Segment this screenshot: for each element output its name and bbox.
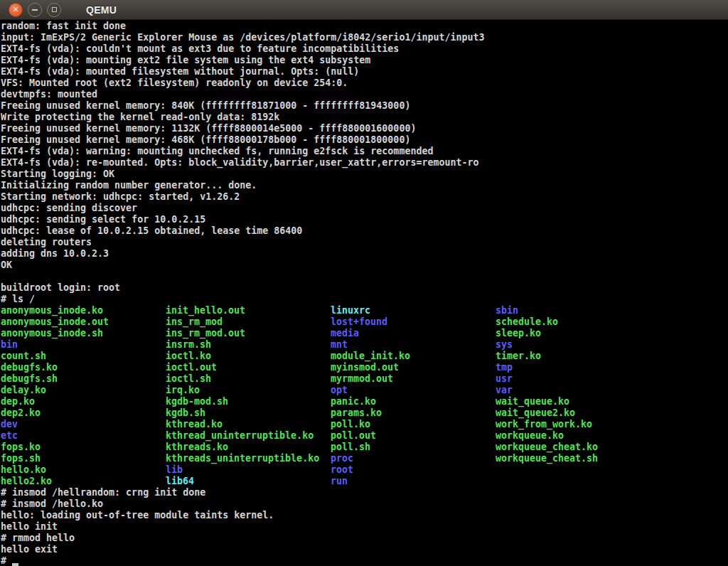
file-entry: etc: [1, 430, 166, 442]
file-entry: work_from_work.ko: [496, 419, 660, 430]
file-entry: panic.ko: [331, 396, 496, 407]
file-entry: myinsmod.out: [331, 362, 496, 373]
file-entry: init_hello.out: [166, 305, 331, 316]
file-entry: wait_queue.ko: [496, 396, 660, 407]
file-entry: count.sh: [1, 351, 166, 362]
console-line: Initializing random number generator... …: [1, 180, 728, 191]
titlebar[interactable]: ✕ QEMU: [0, 0, 728, 20]
console-line: # rmmod hello: [1, 533, 728, 544]
file-entry: wait_queue2.ko: [496, 407, 660, 419]
file-entry: module_init.ko: [331, 351, 496, 362]
terminal-screen[interactable]: random: fast init doneinput: ImExPS/2 Ge…: [0, 20, 728, 566]
file-entry: linuxrc: [331, 305, 496, 316]
file-entry: irq.ko: [166, 385, 331, 396]
file-entry: kthreads_uninterruptible.ko: [166, 453, 331, 464]
console-line: hello: loading out-of-tree module taints…: [1, 510, 728, 521]
file-entry: delay.ko: [1, 385, 166, 396]
console-line: Starting logging: OK: [1, 169, 728, 180]
console-line: Freeing unused kernel memory: 840K (ffff…: [1, 100, 728, 112]
console-line: EXT4-fs (vda): mounting ext2 file system…: [1, 55, 728, 66]
console-line: udhcpc: lease of 10.0.2.15 obtained, lea…: [1, 225, 728, 237]
shell-prompt: #: [1, 555, 12, 566]
empty-cell: [496, 476, 660, 487]
file-entry: fops.ko: [1, 442, 166, 453]
console-line: Freeing unused kernel memory: 1132K (fff…: [1, 123, 728, 134]
file-entry: ioctl.out: [166, 362, 331, 373]
file-entry: run: [331, 476, 496, 487]
console-line: # ls /: [1, 294, 728, 305]
qemu-window: ✕ QEMU random: fast init doneinput: ImEx…: [0, 0, 728, 566]
file-entry: kthreads.ko: [166, 442, 331, 453]
maximize-icon: [52, 7, 57, 12]
console-line: # insmod /hello.ko: [1, 498, 728, 510]
console-line: EXT4-fs (vda): re-mounted. Opts: block_v…: [1, 157, 728, 169]
console-line: EXT4-fs (vda): mounted filesystem withou…: [1, 66, 728, 78]
console-line: EXT4-fs (vda): warning: mounting uncheck…: [1, 146, 728, 157]
window-title: QEMU: [86, 4, 117, 16]
file-entry: ioctl.sh: [166, 373, 331, 385]
file-entry: schedule.ko: [496, 316, 660, 328]
file-entry: tmp: [496, 362, 660, 373]
file-entry: myrmmod.out: [331, 373, 496, 385]
close-button[interactable]: ✕: [9, 3, 23, 17]
console-line: [1, 271, 728, 282]
file-entry: kgdb.sh: [166, 407, 331, 419]
file-entry: ins_rm_mod.out: [166, 328, 331, 339]
file-entry: timer.ko: [496, 351, 660, 362]
file-entry: lib: [166, 464, 331, 476]
text-cursor: [12, 563, 18, 566]
console-line: Starting network: udhcpc: started, v1.26…: [1, 191, 728, 203]
file-entry: lib64: [166, 476, 331, 487]
file-entry: opt: [331, 385, 496, 396]
console-line: input: ImExPS/2 Generic Explorer Mouse a…: [1, 32, 728, 43]
console-line: Freeing unused kernel memory: 468K (ffff…: [1, 134, 728, 146]
boot-log: random: fast init doneinput: ImExPS/2 Ge…: [1, 21, 728, 305]
file-entry: hello2.ko: [1, 476, 166, 487]
file-entry: dep.ko: [1, 396, 166, 407]
prompt-line: #: [1, 555, 728, 566]
file-entry: usr: [496, 373, 660, 385]
file-entry: poll.sh: [331, 442, 496, 453]
file-entry: lost+found: [331, 316, 496, 328]
console-line: Write protecting the kernel read-only da…: [1, 112, 728, 123]
console-line: adding dns 10.0.2.3: [1, 248, 728, 260]
file-listing: anonymous_inode.koanonymous_inode.outano…: [1, 305, 728, 487]
file-entry: workqueue_cheat.ko: [496, 442, 660, 453]
minimize-icon: [32, 9, 38, 11]
console-line: hello init: [1, 521, 728, 533]
file-entry: debugfs.ko: [1, 362, 166, 373]
file-entry: kthread.ko: [166, 419, 331, 430]
minimize-button[interactable]: [28, 3, 42, 17]
file-entry: dep2.ko: [1, 407, 166, 419]
console-line: udhcpc: sending select for 10.0.2.15: [1, 214, 728, 225]
console-line: deleting routers: [1, 237, 728, 248]
file-entry: ins_rm_mod: [166, 316, 331, 328]
file-entry: sys: [496, 339, 660, 351]
file-entry: media: [331, 328, 496, 339]
file-entry: kthread_uninterruptible.ko: [166, 430, 331, 442]
file-entry: proc: [331, 453, 496, 464]
console-line: hello exit: [1, 544, 728, 555]
file-entry: sbin: [496, 305, 660, 316]
file-entry: bin: [1, 339, 166, 351]
console-line: VFS: Mounted root (ext2 filesystem) read…: [1, 78, 728, 89]
file-entry: params.ko: [331, 407, 496, 419]
file-entry: sleep.ko: [496, 328, 660, 339]
file-entry: fops.sh: [1, 453, 166, 464]
console-line: devtmpfs: mounted: [1, 89, 728, 100]
console-line: random: fast init done: [1, 21, 728, 32]
shell-output: # insmod /hellrandom: crng init done# in…: [1, 487, 728, 555]
file-entry: dev: [1, 419, 166, 430]
maximize-button[interactable]: [47, 3, 61, 17]
file-entry: anonymous_inode.out: [1, 316, 166, 328]
file-entry: poll.ko: [331, 419, 496, 430]
file-entry: var: [496, 385, 660, 396]
file-entry: workqueue_cheat.sh: [496, 453, 660, 464]
file-entry: workqueue.ko: [496, 430, 660, 442]
file-entry: insrm.sh: [166, 339, 331, 351]
file-entry: debugfs.sh: [1, 373, 166, 385]
file-entry: ioctl.ko: [166, 351, 331, 362]
file-entry: kgdb-mod.sh: [166, 396, 331, 407]
file-entry: poll.out: [331, 430, 496, 442]
file-entry: hello.ko: [1, 464, 166, 476]
